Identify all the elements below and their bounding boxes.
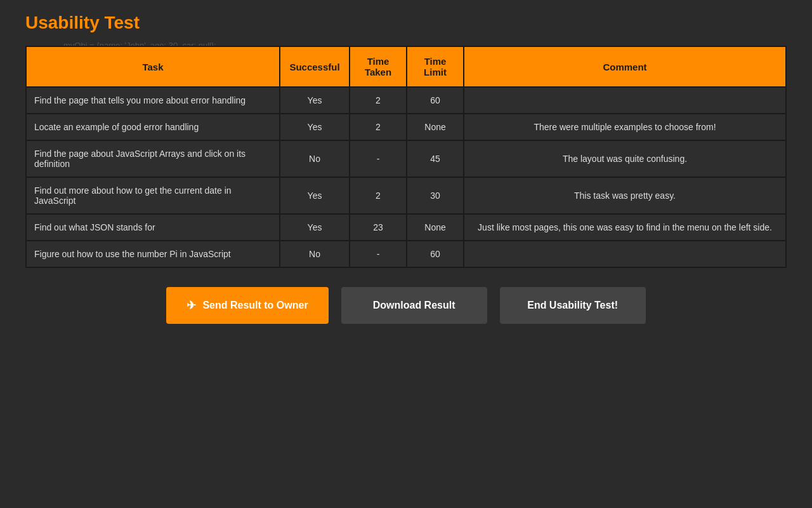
send-button-label: Send Result to Owner: [202, 300, 308, 311]
cell-task: Find out more about how to get the curre…: [26, 177, 280, 214]
cell-time-limit: 60: [407, 87, 464, 114]
table-row: Find out what JSON stands forYes23NoneJu…: [26, 214, 786, 241]
cell-comment: There were multiple examples to choose f…: [464, 114, 786, 140]
cell-comment: [464, 87, 786, 114]
cell-comment: This task was pretty easy.: [464, 177, 786, 214]
page-title: Usability Test: [25, 13, 787, 33]
cell-time-limit: 45: [407, 140, 464, 177]
header-task: Task: [26, 46, 280, 87]
cell-time-taken: 2: [350, 114, 407, 140]
button-row: ✈ Send Result to Owner Download Result E…: [25, 287, 787, 324]
header-successful: Successful: [280, 46, 350, 87]
end-button-label: End Usability Test!: [527, 300, 618, 311]
table-row: Find the page that tells you more about …: [26, 87, 786, 114]
table-row: Figure out how to use the number Pi in J…: [26, 241, 786, 267]
table-row: Find out more about how to get the curre…: [26, 177, 786, 214]
cell-successful: Yes: [280, 87, 350, 114]
cell-time-taken: 2: [350, 177, 407, 214]
cell-successful: Yes: [280, 214, 350, 241]
cell-successful: Yes: [280, 177, 350, 214]
cell-time-limit: None: [407, 214, 464, 241]
download-result-button[interactable]: Download Result: [341, 287, 487, 324]
cell-task: Find out what JSON stands for: [26, 214, 280, 241]
download-button-label: Download Result: [373, 300, 455, 311]
cell-successful: Yes: [280, 114, 350, 140]
cell-time-taken: 23: [350, 214, 407, 241]
cell-task: Find the page that tells you more about …: [26, 87, 280, 114]
cell-time-taken: 2: [350, 87, 407, 114]
cell-comment: Just like most pages, this one was easy …: [464, 214, 786, 241]
cell-successful: No: [280, 140, 350, 177]
end-test-button[interactable]: End Usability Test!: [500, 287, 646, 324]
cell-time-taken: -: [350, 140, 407, 177]
cell-task: Figure out how to use the number Pi in J…: [26, 241, 280, 267]
header-time-limit: TimeLimit: [407, 46, 464, 87]
cell-task: Locate an example of good error handling: [26, 114, 280, 140]
main-panel: Usability Test Task Successful TimeTaken…: [0, 0, 812, 508]
header-comment: Comment: [464, 46, 786, 87]
cell-comment: The layout was quite confusing.: [464, 140, 786, 177]
table-row: Find the page about JavaScript Arrays an…: [26, 140, 786, 177]
cell-time-taken: -: [350, 241, 407, 267]
cell-time-limit: 60: [407, 241, 464, 267]
cell-time-limit: 30: [407, 177, 464, 214]
send-result-button[interactable]: ✈ Send Result to Owner: [166, 287, 328, 324]
header-time-taken: TimeTaken: [350, 46, 407, 87]
cell-time-limit: None: [407, 114, 464, 140]
cell-comment: [464, 241, 786, 267]
cell-task: Find the page about JavaScript Arrays an…: [26, 140, 280, 177]
table-row: Locate an example of good error handling…: [26, 114, 786, 140]
results-table: Task Successful TimeTaken TimeLimit Comm…: [25, 46, 787, 268]
cell-successful: No: [280, 241, 350, 267]
send-icon: ✈: [187, 298, 196, 312]
